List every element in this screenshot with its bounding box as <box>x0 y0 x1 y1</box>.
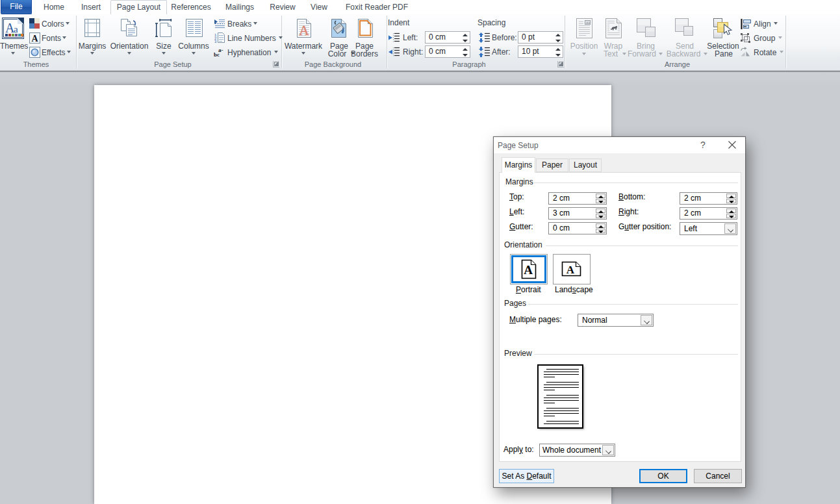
svg-text:A: A <box>299 22 309 38</box>
svg-text:bc: bc <box>214 51 220 57</box>
svg-text:A: A <box>524 263 533 277</box>
svg-text:A: A <box>31 34 38 44</box>
svg-text:a: a <box>14 24 18 34</box>
svg-text:A: A <box>566 264 575 276</box>
svg-text:3: 3 <box>214 40 217 43</box>
